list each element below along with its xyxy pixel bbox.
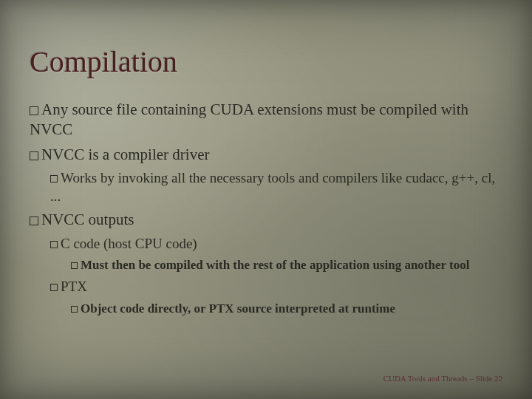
square-bullet-icon (50, 175, 58, 183)
slide: Compilation Any source file containing C… (0, 0, 532, 399)
bullet-text: Works by invoking all the necessary tool… (50, 170, 495, 204)
footer-text: CUDA Tools and Threads – Slide (383, 374, 493, 383)
bullet-text: NVCC outputs (41, 211, 134, 228)
bullet-text: NVCC is a compiler driver (41, 146, 209, 163)
bullet-level-3: Must then be compiled with the rest of t… (71, 257, 502, 273)
bullet-text: Must then be compiled with the rest of t… (81, 258, 469, 272)
square-bullet-icon (71, 262, 78, 269)
square-bullet-icon (30, 216, 38, 225)
slide-content: Any source file containing CUDA extensio… (30, 100, 502, 317)
square-bullet-icon (50, 241, 58, 248)
bullet-level-2: Works by invoking all the necessary tool… (50, 169, 502, 205)
square-bullet-icon (30, 151, 38, 160)
bullet-text: Object code directly, or PTX source inte… (81, 301, 395, 316)
bullet-level-1: Any source file containing CUDA extensio… (30, 100, 502, 140)
bullet-level-2: C code (host CPU code) (50, 235, 502, 253)
slide-title: Compilation (30, 44, 502, 79)
bullet-text: PTX (61, 279, 87, 294)
page-number: 22 (494, 374, 502, 383)
bullet-level-3: Object code directly, or PTX source inte… (71, 301, 502, 317)
bullet-level-1: NVCC is a compiler driver (30, 145, 502, 165)
bullet-level-1: NVCC outputs (30, 210, 502, 230)
square-bullet-icon (50, 284, 58, 291)
square-bullet-icon (71, 306, 78, 313)
bullet-level-2: PTX (50, 278, 502, 296)
bullet-text: Any source file containing CUDA extensio… (30, 100, 468, 138)
slide-footer: CUDA Tools and Threads – Slide 22 (383, 374, 502, 383)
bullet-text: C code (host CPU code) (61, 236, 197, 251)
square-bullet-icon (30, 106, 38, 115)
